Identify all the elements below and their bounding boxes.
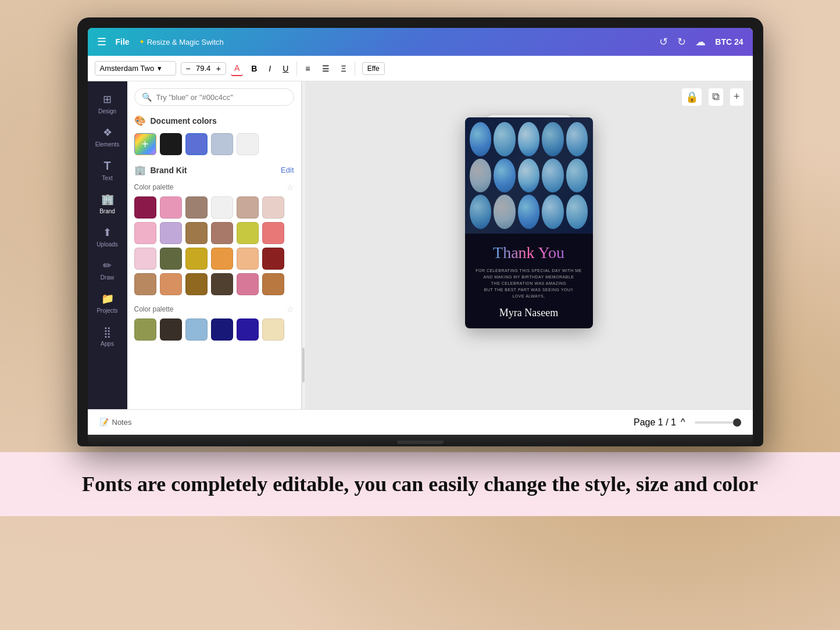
brand-swatch[interactable]	[262, 196, 284, 219]
balloon	[494, 122, 516, 156]
bottom-bar: 📝 Notes Page 1 / 1 ^	[88, 409, 753, 435]
brand-swatch[interactable]	[237, 196, 259, 219]
sidebar-text-label: Text	[102, 175, 112, 181]
toolbar: ☰ File Resize & Magic Switch ↺ ↻ ☁ BTC 2…	[88, 28, 753, 56]
add-color-button[interactable]: +	[134, 133, 156, 155]
align-left-button[interactable]: ≡	[302, 62, 313, 76]
doc-swatch-lightblue[interactable]	[211, 133, 233, 155]
brand-swatch[interactable]	[211, 222, 233, 244]
card-balloon-section	[465, 117, 593, 234]
sidebar-item-brand[interactable]: 🏢 Brand	[91, 188, 124, 219]
brand-swatch[interactable]	[160, 248, 182, 270]
zoom-control[interactable]	[695, 421, 741, 424]
brand-swatch[interactable]	[262, 273, 284, 295]
balloon	[566, 195, 588, 229]
canvas-area: 🔒 ⧉ + ✦ Magic Write ⧉ 🗑	[305, 81, 753, 409]
balloon	[518, 122, 540, 156]
notes-button[interactable]: 📝 Notes	[99, 418, 132, 427]
brand-swatch[interactable]	[185, 222, 208, 244]
file-menu[interactable]: File	[116, 37, 130, 46]
sidebar-design-label: Design	[98, 108, 116, 114]
balloon	[542, 159, 564, 193]
sidebar-item-draw[interactable]: ✏ Draw	[91, 255, 124, 285]
brand-swatch[interactable]	[134, 248, 156, 270]
brand-icon: 🏢	[101, 193, 114, 206]
doc-swatch-black[interactable]	[160, 133, 182, 155]
brand-swatch[interactable]	[134, 196, 156, 219]
laptop-notch	[397, 441, 444, 444]
bold-button[interactable]: B	[248, 62, 260, 76]
brand-kit-title: Brand Kit	[151, 166, 187, 175]
brand-swatch[interactable]	[262, 248, 284, 270]
effects-button[interactable]: Effe	[362, 62, 385, 75]
brand-swatch[interactable]	[134, 273, 156, 295]
sidebar-item-projects[interactable]: 📁 Projects	[91, 288, 124, 318]
zoom-thumb[interactable]	[733, 418, 741, 427]
brand-swatch[interactable]	[211, 196, 233, 219]
sidebar-item-text[interactable]: T Text	[91, 155, 124, 186]
brand-swatch-2[interactable]	[237, 318, 259, 341]
search-input[interactable]	[156, 93, 287, 102]
doc-swatch-white[interactable]	[237, 133, 259, 155]
caption-text: Fonts are completely editable, you can e…	[47, 470, 793, 499]
palette-2-star[interactable]: ☆	[287, 305, 294, 314]
brand-kit-edit-button[interactable]: Edit	[281, 166, 294, 174]
brand-swatch[interactable]	[237, 248, 259, 270]
laptop-base	[88, 435, 753, 446]
design-icon: ⊞	[103, 93, 112, 106]
color-search-box[interactable]: 🔍	[134, 88, 294, 106]
balloon	[542, 195, 564, 229]
brand-swatch-2[interactable]	[262, 318, 284, 341]
sidebar-item-apps[interactable]: ⣿ Apps	[91, 321, 124, 352]
font-size-minus-button[interactable]: −	[185, 64, 192, 73]
brand-swatch-2[interactable]	[160, 318, 182, 341]
resize-magic-switch-button[interactable]: Resize & Magic Switch	[139, 38, 224, 46]
format-divider-2	[355, 62, 355, 76]
add-page-icon[interactable]: +	[730, 88, 744, 106]
zoom-slider[interactable]	[695, 421, 741, 424]
lock-icon[interactable]: 🔒	[682, 88, 702, 106]
brand-swatch[interactable]	[160, 222, 182, 244]
brand-swatch-2[interactable]	[211, 318, 233, 341]
hamburger-icon[interactable]: ☰	[97, 35, 106, 48]
doc-swatch-blue[interactable]	[185, 133, 208, 155]
brand-swatch[interactable]	[160, 273, 182, 295]
font-size-plus-button[interactable]: +	[215, 64, 222, 73]
font-selector[interactable]: Amsterdam Two ▾	[95, 61, 176, 76]
document-colors-title: Document colors	[151, 116, 217, 126]
brand-swatch[interactable]	[185, 196, 208, 219]
italic-button[interactable]: I	[265, 62, 274, 76]
brand-swatch[interactable]	[237, 222, 259, 244]
brand-swatch[interactable]	[185, 248, 208, 270]
text-icon: T	[103, 159, 110, 173]
brand-swatch[interactable]	[262, 222, 284, 244]
duplicate-icon[interactable]: ⧉	[709, 88, 723, 106]
document-colors-header: 🎨 Document colors	[134, 115, 294, 126]
text-color-button[interactable]: A	[231, 61, 243, 76]
sidebar-item-uploads[interactable]: ⬆ Uploads	[91, 221, 124, 252]
brand-swatch[interactable]	[160, 196, 182, 219]
brand-swatch-2[interactable]	[134, 318, 156, 341]
brand-swatch[interactable]	[211, 273, 233, 295]
brand-swatch[interactable]	[134, 222, 156, 244]
align-more-button[interactable]: Ξ	[338, 62, 350, 76]
sidebar-item-elements[interactable]: ❖ Elements	[91, 121, 124, 152]
balloon	[518, 159, 540, 193]
palette-1-star[interactable]: ☆	[287, 182, 294, 192]
redo-button[interactable]: ↻	[677, 35, 686, 48]
card-text-section: Thank You FOR CELEBRATING THIS SPECIAL D…	[465, 234, 593, 328]
balloons-background	[465, 117, 593, 234]
brand-swatch[interactable]	[211, 248, 233, 270]
brand-swatch[interactable]	[237, 273, 259, 295]
underline-button[interactable]: U	[279, 62, 292, 76]
brand-swatch[interactable]	[185, 273, 208, 295]
brand-swatch-2[interactable]	[185, 318, 208, 341]
laptop-screen: ☰ File Resize & Magic Switch ↺ ↻ ☁ BTC 2…	[88, 28, 753, 435]
undo-button[interactable]: ↺	[659, 35, 668, 48]
align-list-button[interactable]: ☰	[319, 62, 333, 76]
cloud-save-icon[interactable]: ☁	[695, 35, 706, 48]
sidebar-item-design[interactable]: ⊞ Design	[91, 88, 124, 119]
chevron-up-icon[interactable]: ^	[681, 417, 685, 428]
laptop-frame: ☰ File Resize & Magic Switch ↺ ↻ ☁ BTC 2…	[77, 17, 763, 446]
scrollbar-thumb[interactable]	[302, 348, 305, 382]
